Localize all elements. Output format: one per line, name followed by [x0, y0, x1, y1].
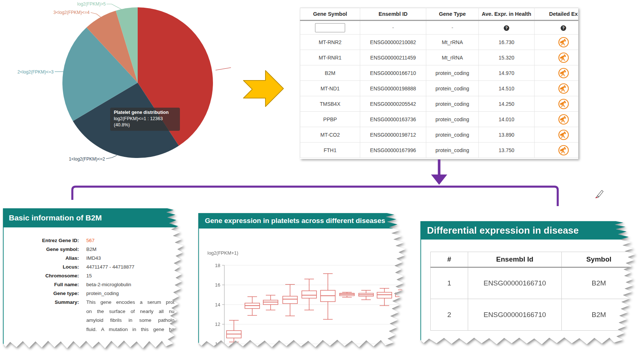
- ave-expr-cell: 15.320: [479, 50, 535, 65]
- col-row-number: #: [431, 252, 468, 267]
- boxplot-box: [321, 274, 335, 319]
- telescope-icon[interactable]: [558, 68, 569, 79]
- field-value: beta-2-microglobulin: [86, 280, 131, 289]
- pie-label-3-4: 3<log2(FPKM)<=4: [44, 10, 90, 15]
- ensembl-id-cell: ENSG00000210082: [360, 35, 426, 50]
- boxplot-box: [340, 292, 354, 297]
- pen-cursor-icon: [596, 190, 603, 198]
- ave-expr-cell: 14.970: [479, 65, 535, 81]
- summary-line: This gene encodes a serum prot: [86, 298, 174, 307]
- platelet-gene-distribution-pie: [0, 0, 239, 167]
- boxplot-box: [263, 295, 278, 310]
- diff-panel-body: # Ensembl Id Symbol 1 ENSG00000166710 B2…: [420, 240, 635, 344]
- info-field: Chromosome: 15: [4, 272, 183, 280]
- ensembl-id-cell: ENSG00000211459: [360, 50, 426, 65]
- field-summary: Summary: This gene encodes a serum prot …: [4, 298, 183, 334]
- basic-info-body: Entrez Gene ID: 567 Gene symbol: B2M: [3, 227, 184, 348]
- field-value: B2M: [86, 245, 97, 254]
- gene-symbol-cell: FTH1: [300, 143, 360, 158]
- telescope-icon[interactable]: [558, 37, 569, 48]
- leader-line-log2-gt5: [106, 4, 122, 10]
- col-ave-expr[interactable]: Ave. Expr. in Health: [479, 8, 535, 21]
- field-label: Full name:: [4, 280, 79, 289]
- gene-table-row: MT-RNR1 ENSG00000211459 Mt_rRNA 15.320: [300, 50, 579, 65]
- boxplot-box: [302, 279, 316, 310]
- expression-boxplot-panel: Gene expression in platelets across diff…: [198, 213, 406, 347]
- help-icon[interactable]: ?: [561, 25, 566, 31]
- telescope-icon[interactable]: [558, 98, 569, 109]
- pie-tooltip: Platelet gene distribution log2(FPKM)<=1…: [110, 108, 180, 131]
- boxplot-box: [359, 290, 373, 299]
- boxplot-box: [395, 290, 406, 301]
- telescope-icon[interactable]: [558, 145, 569, 156]
- gene-symbol-cell: MT-CO2: [300, 127, 360, 143]
- gene-table-header-row: Gene Symbol Ensembl ID Gene Type Ave. Ex…: [300, 8, 579, 21]
- gene-table-row: FTH1 ENSG00000167996 protein_coding 13.7…: [300, 143, 579, 158]
- gene-symbol-filter-input[interactable]: [315, 23, 345, 32]
- infographic-canvas: log2(FPKM)>5 3<log2(FPKM)<=4 2<log2(FPKM…: [0, 0, 644, 356]
- col-symbol: Symbol: [562, 252, 636, 267]
- gene-table-row: MT-CO2 ENSG00000198712 protein_coding 13…: [300, 127, 579, 143]
- gene-type-cell: protein_coding: [426, 96, 479, 112]
- col-detailed-ex[interactable]: Detailed Ex: [535, 8, 579, 21]
- gene-type-cell: protein_coding: [426, 143, 479, 158]
- ave-expr-cell: 14.510: [479, 81, 535, 96]
- gene-symbol-cell: B2M: [300, 65, 360, 81]
- ave-expr-cell: 13.750: [479, 143, 535, 158]
- gene-type-cell: Mt_rRNA: [426, 35, 479, 50]
- diff-panel-header: Differential expression in disease: [420, 221, 635, 240]
- flow-arrow-right-icon: [243, 71, 283, 107]
- ensembl-id-cell: ENSG00000166710: [468, 299, 562, 331]
- leader-line-1-2: [106, 155, 117, 159]
- info-field: Alias: IMD43: [4, 254, 183, 263]
- flow-arrow-down-icon: [431, 159, 447, 185]
- gene-table-widget: Gene Symbol Ensembl ID Gene Type Ave. Ex…: [300, 8, 578, 159]
- row-number-cell: 2: [431, 299, 468, 331]
- ensembl-id-cell: ENSG00000205542: [360, 96, 426, 112]
- row-number-cell: 1: [431, 267, 468, 299]
- gene-type-cell: protein_coding: [426, 112, 479, 127]
- telescope-icon[interactable]: [558, 83, 569, 94]
- symbol-cell: B2M: [562, 267, 636, 299]
- field-label: Entrez Gene ID:: [4, 236, 79, 245]
- gene-table-row: MT-RNR2 ENSG00000210082 Mt_rRNA 16.730: [300, 35, 579, 50]
- basic-info-panel: Basic information of B2M Entrez Gene ID:…: [3, 208, 184, 348]
- field-label: Summary:: [4, 298, 79, 334]
- ensembl-id-cell: ENSG00000166710: [360, 65, 426, 81]
- telescope-icon[interactable]: [558, 114, 569, 125]
- ave-expr-cell: 16.730: [479, 35, 535, 50]
- boxplot-box: [245, 297, 260, 316]
- y-tick-label: 14: [215, 302, 220, 308]
- telescope-icon[interactable]: [558, 52, 569, 63]
- gene-symbol-cell: TMSB4X: [300, 96, 360, 112]
- col-ensembl-id: Ensembl Id: [468, 252, 562, 267]
- gene-type-cell: protein_coding: [426, 127, 479, 143]
- ensembl-id-cell: ENSG00000166710: [468, 267, 562, 299]
- telescope-icon[interactable]: [558, 129, 569, 140]
- basic-info-title: Basic information of B2M: [9, 213, 102, 222]
- ensembl-id-cell: ENSG00000167996: [360, 143, 426, 158]
- diff-table-header-row: # Ensembl Id Symbol: [431, 252, 636, 267]
- help-icon[interactable]: ?: [504, 25, 509, 31]
- field-label: Gene type:: [4, 289, 79, 298]
- field-value: IMD43: [86, 254, 101, 263]
- ensembl-id-cell: ENSG00000163736: [360, 112, 426, 127]
- gene-table-row: MT-ND1 ENSG00000198888 protein_coding 14…: [300, 81, 579, 96]
- y-tick-label: 10: [215, 341, 220, 347]
- col-gene-symbol[interactable]: Gene Symbol: [300, 8, 360, 21]
- gene-symbol-cell: MT-ND1: [300, 81, 360, 96]
- info-field: Gene symbol: B2M: [4, 245, 183, 254]
- gene-table: Gene Symbol Ensembl ID Gene Type Ave. Ex…: [300, 8, 578, 158]
- field-value: 15: [86, 272, 92, 280]
- gene-table-filter-row: - - ? ?: [300, 21, 579, 35]
- info-field: Locus: 44711477 - 44718877: [4, 263, 183, 272]
- y-tick-label: 12: [215, 321, 220, 327]
- pie-tooltip-title: Platelet gene distribution: [114, 109, 176, 116]
- col-gene-type[interactable]: Gene Type: [426, 8, 479, 21]
- ave-expr-cell: 14.010: [479, 112, 535, 127]
- pie-label-log2-gt5: log2(FPKM)>5: [66, 1, 106, 7]
- boxplot-box: [377, 288, 392, 306]
- entrez-gene-id-link[interactable]: 567: [86, 236, 95, 245]
- col-ensembl-id[interactable]: Ensembl ID: [360, 8, 426, 21]
- symbol-cell: B2M: [562, 299, 636, 331]
